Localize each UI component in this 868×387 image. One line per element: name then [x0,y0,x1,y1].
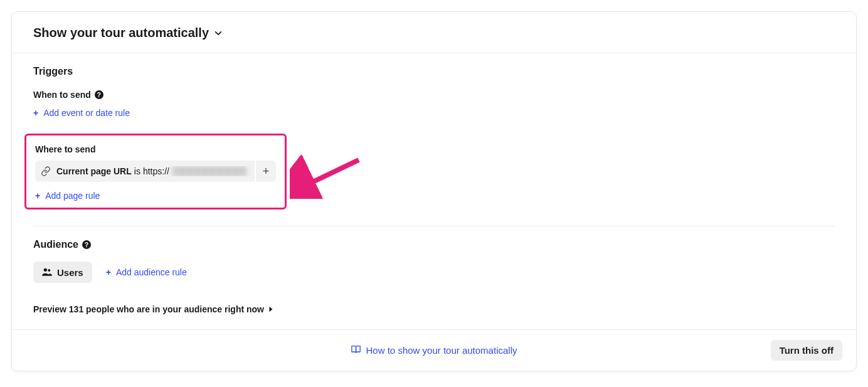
add-event-rule-button[interactable]: + Add event or date rule [33,108,130,118]
redacted-url [173,166,247,176]
add-audience-rule-button[interactable]: + Add audience rule [106,267,187,277]
chevron-right-icon [268,304,274,314]
help-icon[interactable]: ? [95,90,103,99]
where-to-send-row: Where to send [35,144,276,154]
users-icon [42,267,52,278]
help-link[interactable]: How to show your tour automatically [351,344,517,356]
when-to-send-label: When to send [33,90,91,100]
rule-value-prefix: https:// [143,166,169,176]
help-icon[interactable]: ? [82,240,91,249]
users-chip-label: Users [57,267,83,278]
page-rule-chip[interactable]: Current page URL is https:// + [35,161,276,182]
svg-point-1 [48,269,50,272]
svg-point-0 [44,268,47,271]
add-page-rule-button[interactable]: + Add page rule [35,191,100,201]
preview-audience-button[interactable]: Preview 131 people who are in your audie… [33,304,835,314]
card-body: Triggers When to send ? + Add event or d… [12,53,856,329]
section-divider [33,226,835,226]
plus-icon: + [33,108,38,118]
audience-section: Audience ? Users + Add audience rule Pre… [33,239,835,314]
audience-heading: Audience [33,239,78,250]
plus-icon: + [35,191,40,201]
book-icon [351,344,361,356]
link-icon [35,161,56,182]
card-title: Show your tour automatically [33,26,209,40]
rule-field: Current page URL [56,166,132,176]
help-link-label: How to show your tour automatically [366,345,517,356]
rule-operator: is [134,166,140,176]
add-condition-button[interactable]: + [255,161,276,182]
add-event-rule-label: Add event or date rule [43,108,130,118]
rule-text: Current page URL is https:// [56,166,255,176]
add-page-rule-label: Add page rule [45,191,100,201]
audience-heading-row: Audience ? [33,239,835,250]
triggers-heading: Triggers [33,66,835,77]
card-footer: How to show your tour automatically Turn… [12,329,856,371]
users-chip[interactable]: Users [33,262,92,283]
footer-right: Turn this off [771,340,842,361]
when-to-send-row: When to send ? [33,90,835,100]
card-header: Show your tour automatically [12,12,856,53]
audience-controls: Users + Add audience rule [33,262,835,283]
triggers-section: Triggers When to send ? + Add event or d… [33,66,835,209]
where-to-send-highlight: Where to send Current page URL is https:… [24,134,287,209]
plus-icon: + [106,267,111,277]
settings-card: Show your tour automatically Triggers Wh… [11,11,857,371]
turn-off-button[interactable]: Turn this off [771,340,842,361]
add-audience-rule-label: Add audience rule [116,267,187,277]
chevron-down-icon[interactable] [214,29,223,38]
where-to-send-label: Where to send [35,144,95,154]
preview-text: Preview 131 people who are in your audie… [33,304,264,314]
